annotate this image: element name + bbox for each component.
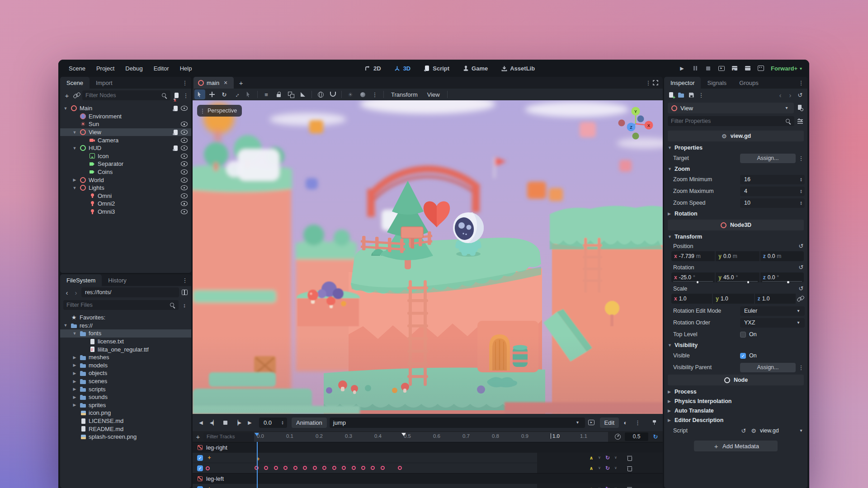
tree-item-scenes[interactable]: ▶scenes — [60, 377, 191, 385]
tree-item-coins[interactable]: Coins — [60, 168, 191, 176]
dropdown-field[interactable]: Euler — [740, 306, 805, 316]
delete-track-icon[interactable] — [626, 485, 633, 488]
slider-dot[interactable] — [747, 281, 750, 283]
tree-item-lilita-one-regular-ttf[interactable]: lilita_one_regular.ttf — [60, 345, 191, 353]
tree-item-camera[interactable]: Camera — [60, 136, 191, 144]
vector-x-field[interactable]: x-25.0° — [671, 272, 715, 282]
3d-viewport[interactable]: Perspective Y X Z — [193, 100, 663, 414]
visibility-eye-icon[interactable] — [181, 184, 188, 191]
keyframe[interactable] — [283, 466, 288, 470]
section-zoom[interactable]: ▼Zoom — [667, 164, 805, 174]
transform-menu[interactable]: Transform — [387, 90, 422, 99]
tree-item-meshes[interactable]: ▶meshes — [60, 353, 191, 361]
autoplay-on-load-button[interactable] — [586, 417, 597, 428]
spin-field[interactable]: 16▴▾ — [740, 175, 805, 184]
ruler-mode-button[interactable] — [297, 89, 308, 99]
track-enabled-checkbox[interactable] — [197, 486, 203, 488]
tab-groups[interactable]: Groups — [733, 77, 765, 89]
onion-skinning-button[interactable] — [620, 417, 631, 428]
tree-item-lights[interactable]: ▼Lights — [60, 184, 191, 192]
filter-files-field[interactable] — [66, 302, 166, 308]
preview-options-button[interactable] — [369, 89, 380, 99]
expand-icon[interactable]: ▼ — [72, 186, 77, 190]
move-tool[interactable] — [207, 89, 217, 99]
expand-icon[interactable]: ▶ — [72, 387, 77, 391]
tab-assetlib[interactable]: AssetLib — [496, 63, 539, 74]
tree-item-favorites-[interactable]: Favorites: — [60, 314, 191, 322]
spinner-icon[interactable]: ▴▾ — [798, 188, 804, 195]
class-banner-node[interactable]: Node — [668, 375, 804, 385]
filter-nodes-field[interactable] — [85, 92, 158, 99]
keyframe[interactable] — [398, 466, 402, 470]
track-position[interactable] — [193, 452, 663, 463]
tree-item-icon[interactable]: Icon — [60, 152, 191, 160]
current-path[interactable]: res://fonts/ — [81, 287, 179, 297]
menu-scene[interactable]: Scene — [65, 63, 90, 74]
history-forward-icon[interactable] — [787, 91, 794, 99]
tree-item-hud[interactable]: ▼HUD — [60, 144, 191, 152]
section-transform[interactable]: ▼Transform — [667, 232, 805, 241]
expand-icon[interactable]: ▼ — [63, 106, 68, 111]
timeline-ruler[interactable]: 0.00.10.20.30.40.50.60.70.80.91.01.1 0.5 — [193, 431, 663, 442]
axis-neg-x[interactable] — [618, 120, 625, 127]
scene-tab-main[interactable]: main — [193, 77, 234, 89]
tab-2d[interactable]: 2D — [359, 63, 386, 74]
new-resource-icon[interactable] — [668, 91, 675, 99]
split-view-icon[interactable] — [181, 289, 188, 296]
visibility-eye-icon[interactable] — [181, 160, 188, 167]
keyframe[interactable] — [381, 466, 385, 470]
keyframe[interactable] — [255, 455, 262, 463]
instance-scene-button[interactable] — [73, 92, 80, 99]
tree-item-main[interactable]: ▼Main — [60, 104, 191, 113]
keyframe[interactable] — [303, 466, 307, 470]
slider-dot[interactable] — [787, 281, 789, 283]
slider-dot[interactable] — [697, 281, 699, 283]
tree-item-separator[interactable]: Separator — [60, 160, 191, 168]
keyframe[interactable] — [264, 466, 268, 470]
visibility-eye-icon[interactable] — [181, 137, 188, 144]
keyframe[interactable] — [293, 466, 297, 470]
animation-end-marker[interactable] — [401, 433, 406, 436]
expand-icon[interactable]: ▶ — [72, 355, 77, 360]
tab-3d[interactable]: 3D — [389, 63, 415, 74]
tree-item-license-md[interactable]: LICENSE.md — [60, 417, 191, 425]
tree-item-splash-screen-png[interactable]: splash-screen.png — [60, 433, 191, 441]
add-track-button[interactable] — [194, 433, 202, 440]
playhead-line[interactable] — [257, 442, 258, 488]
track-rotation[interactable] — [193, 463, 663, 473]
tree-item-sprites[interactable]: ▶sprites — [60, 401, 191, 409]
new-scene-tab-button[interactable] — [237, 79, 245, 86]
edit-animation-button[interactable]: Edit — [600, 418, 619, 428]
play-custom-scene-button[interactable] — [742, 63, 753, 74]
tree-item-view[interactable]: ▼View — [60, 128, 191, 136]
open-docs-icon[interactable] — [797, 104, 804, 112]
tree-item-fonts[interactable]: ▼fonts — [60, 329, 191, 338]
expand-icon[interactable]: ▼ — [72, 331, 77, 336]
expand-icon[interactable]: ▶ — [72, 178, 77, 182]
visibility-eye-icon[interactable] — [181, 177, 188, 183]
loop-animation-icon[interactable] — [652, 433, 659, 440]
add-node-button[interactable] — [63, 92, 71, 99]
inspector-dock-menu-icon[interactable] — [797, 79, 805, 86]
tab-filesystem[interactable]: FileSystem — [60, 274, 102, 286]
expand-icon[interactable]: ▶ — [72, 395, 77, 399]
delete-track-icon[interactable] — [626, 454, 633, 461]
view-menu[interactable]: View — [423, 90, 444, 99]
play-button[interactable] — [676, 63, 688, 74]
filter-properties-input[interactable] — [668, 116, 794, 126]
axis-neg-y[interactable] — [632, 133, 639, 140]
section-editor-description[interactable]: ▶Editor Description — [667, 415, 805, 425]
rotate-tool[interactable] — [219, 89, 230, 99]
expand-icon[interactable]: ▼ — [72, 130, 77, 135]
keyframe[interactable] — [352, 466, 356, 470]
axis-neg-z[interactable] — [637, 116, 644, 122]
tree-item-omni[interactable]: Omni — [60, 192, 191, 200]
play-from-start-button[interactable] — [232, 417, 243, 428]
vector-z-field[interactable]: z0.0m — [760, 251, 804, 261]
tree-item-environment[interactable]: Environment — [60, 113, 191, 121]
keyframe[interactable] — [313, 466, 317, 470]
animation-menu-button[interactable]: Animation — [292, 418, 327, 428]
visibility-eye-icon[interactable] — [181, 129, 188, 136]
select-list-button[interactable] — [261, 89, 272, 99]
renderer-select[interactable]: Forward+ ▾ — [768, 64, 805, 73]
